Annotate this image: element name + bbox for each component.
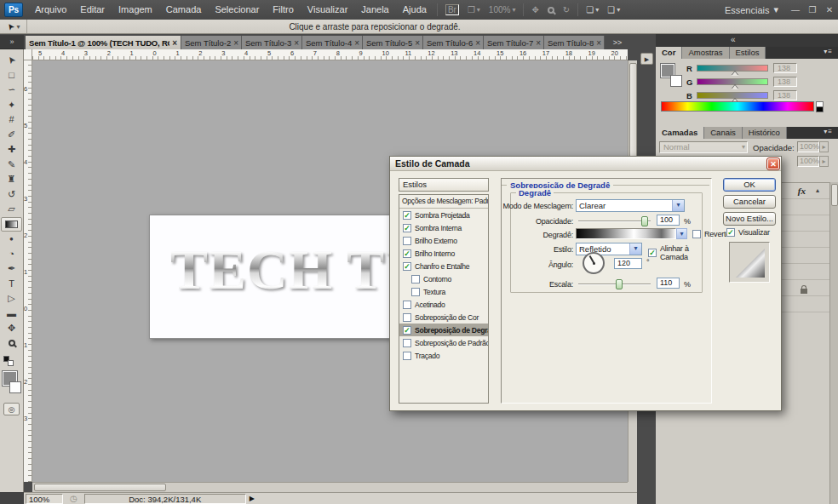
healing-brush-tool[interactable]: ✚ bbox=[0, 142, 23, 157]
quick-mask-button[interactable]: ◎ bbox=[3, 403, 20, 415]
menu-editar[interactable]: Editar bbox=[73, 0, 112, 20]
style-item-tracado[interactable]: Traçado bbox=[399, 349, 488, 362]
opacity-slider[interactable] bbox=[578, 220, 651, 222]
pen-tool[interactable]: ✒ bbox=[0, 261, 23, 276]
tab-sem-titulo-8[interactable]: Sem Título-8× bbox=[544, 36, 605, 49]
channel-slider[interactable] bbox=[697, 78, 768, 85]
bridge-button[interactable]: Br bbox=[441, 4, 463, 15]
tab-close-icon[interactable]: × bbox=[473, 38, 480, 48]
opacity-spinner[interactable]: ▸ bbox=[819, 141, 829, 152]
quick-selection-tool[interactable]: ✦ bbox=[0, 98, 23, 112]
blend-mode-select[interactable]: Normal▾ bbox=[659, 141, 748, 153]
style-item-brilho-interno[interactable]: ✓Brilho Interno bbox=[399, 247, 488, 260]
hand-tool[interactable]: ✥ bbox=[0, 321, 23, 335]
checkbox-icon[interactable]: ✓ bbox=[403, 224, 411, 232]
clone-stamp-tool[interactable]: ♜ bbox=[0, 172, 23, 186]
marquee-tool[interactable]: □ bbox=[0, 68, 23, 83]
fx-expand-icon[interactable]: ▴ bbox=[816, 186, 819, 194]
minimize-button[interactable]: — bbox=[787, 5, 804, 14]
tab-close-icon[interactable]: × bbox=[231, 38, 238, 48]
checkbox-icon[interactable] bbox=[403, 352, 411, 360]
ps-logo[interactable]: Ps bbox=[4, 3, 23, 17]
panel-menu-icon[interactable]: ▾≡ bbox=[824, 47, 838, 59]
checkbox-icon[interactable] bbox=[403, 237, 411, 245]
checkbox-icon[interactable] bbox=[411, 275, 420, 284]
path-selection-tool[interactable]: ▷ bbox=[0, 291, 23, 306]
layers-scrollbar[interactable] bbox=[829, 182, 838, 504]
blend-mode-select[interactable]: Clarear ▾ bbox=[576, 199, 685, 212]
gradient-picker-arrow[interactable]: ▾ bbox=[676, 228, 687, 239]
cancel-button[interactable]: Cancelar bbox=[723, 195, 776, 209]
menu-selecionar[interactable]: Selecionar bbox=[208, 0, 266, 20]
style-item-textura[interactable]: Textura bbox=[399, 285, 488, 298]
zoom-tool-button[interactable] bbox=[543, 7, 559, 14]
menu-camada[interactable]: Camada bbox=[159, 0, 209, 20]
tab-overflow-button[interactable]: >> bbox=[608, 36, 627, 49]
slider-thumb[interactable] bbox=[616, 279, 623, 289]
dialog-title[interactable]: Estilo de Camada bbox=[390, 157, 781, 171]
style-item-sombra-projetada[interactable]: ✓Sombra Projetada bbox=[399, 209, 488, 221]
fill-value[interactable]: 100% bbox=[797, 156, 819, 167]
close-button[interactable]: ✕ bbox=[821, 5, 838, 14]
style-select[interactable]: Refletido ▾ bbox=[576, 243, 642, 255]
history-brush-tool[interactable]: ↺ bbox=[0, 187, 23, 202]
toolbar-collapse-button[interactable]: » bbox=[0, 35, 24, 49]
brush-tool[interactable]: ✎ bbox=[0, 158, 23, 172]
gradient-preview[interactable] bbox=[576, 228, 676, 239]
dodge-tool[interactable]: ◔ bbox=[0, 247, 23, 261]
launch-button[interactable]: ❐▾ bbox=[463, 5, 485, 14]
checkbox-icon[interactable]: ✓ bbox=[403, 326, 411, 335]
menu-filtro[interactable]: Filtro bbox=[266, 0, 300, 20]
checkbox-icon[interactable] bbox=[403, 301, 411, 309]
ok-button[interactable]: OK bbox=[723, 178, 776, 192]
menu-ajuda[interactable]: Ajuda bbox=[396, 0, 433, 20]
opacity-value[interactable]: 100% bbox=[797, 141, 819, 152]
hand-tool-button[interactable]: ✥ bbox=[527, 5, 542, 14]
horizontal-scrollbar[interactable] bbox=[32, 482, 628, 492]
channel-value[interactable]: 138 bbox=[773, 63, 797, 73]
tab-sem-titulo-4[interactable]: Sem Título-4× bbox=[302, 36, 363, 49]
channel-value[interactable]: 138 bbox=[773, 77, 797, 87]
eyedropper-tool[interactable]: ✐ bbox=[0, 128, 23, 142]
spectrum-black-swatch[interactable] bbox=[816, 106, 824, 112]
color-spectrum-bar[interactable] bbox=[661, 101, 814, 112]
dialog-close-icon[interactable]: ✕ bbox=[767, 158, 779, 169]
scrollbar-thumb[interactable] bbox=[831, 184, 838, 206]
tab-amostras[interactable]: Amostras bbox=[682, 47, 729, 59]
tab-close-icon[interactable]: × bbox=[412, 38, 420, 48]
fill-spinner[interactable]: ▸ bbox=[819, 156, 829, 167]
screen-mode-button[interactable]: ❑▾ bbox=[603, 5, 624, 14]
crop-tool[interactable]: # bbox=[0, 112, 23, 127]
type-tool[interactable]: T bbox=[0, 277, 23, 291]
tab-historico[interactable]: Histórico bbox=[743, 127, 787, 139]
tab-sem-titulo-7[interactable]: Sem Título-7× bbox=[484, 36, 544, 49]
tab-sem-titulo-3[interactable]: Sem Título-3× bbox=[242, 36, 302, 49]
eraser-tool[interactable]: ▱ bbox=[0, 202, 23, 216]
rotate-view-button[interactable]: ↻ bbox=[559, 5, 574, 14]
checkbox-icon[interactable]: ✓ bbox=[403, 262, 411, 271]
blend-options-item[interactable]: Opções de Mesclagem: Padrão bbox=[399, 195, 488, 209]
move-tool[interactable]: ➤ bbox=[0, 53, 23, 67]
scrollbar-thumb[interactable] bbox=[34, 484, 166, 491]
new-style-button[interactable]: Novo Estilo... bbox=[723, 212, 776, 226]
angle-dial[interactable] bbox=[583, 252, 605, 274]
menu-janela[interactable]: Janela bbox=[354, 0, 395, 20]
workspace-switcher[interactable]: Essenciais▾ bbox=[716, 4, 787, 15]
tab-sem-titulo-2[interactable]: Sem Título-2× bbox=[181, 36, 242, 49]
tab-close-icon[interactable]: × bbox=[533, 38, 541, 48]
default-colors-icon[interactable] bbox=[3, 356, 15, 368]
channel-slider[interactable] bbox=[697, 65, 768, 72]
style-item-contorno[interactable]: Contorno bbox=[399, 272, 488, 285]
tab-close-icon[interactable]: × bbox=[169, 38, 177, 48]
gradient-tool[interactable] bbox=[1, 217, 22, 232]
lasso-tool[interactable]: ∽ bbox=[0, 83, 23, 97]
zoom-tool[interactable] bbox=[0, 336, 23, 351]
angle-input[interactable]: 120 bbox=[614, 258, 642, 269]
tab-estilos[interactable]: Estilos bbox=[730, 47, 766, 59]
status-zoom-field[interactable]: 100% bbox=[26, 494, 63, 504]
style-item-sombra-interna[interactable]: ✓Sombra Interna bbox=[399, 221, 488, 234]
blur-tool[interactable]: ● bbox=[0, 232, 23, 246]
checkbox-icon[interactable] bbox=[411, 288, 420, 296]
tab-close-icon[interactable]: × bbox=[291, 38, 299, 48]
shape-tool[interactable]: ▬ bbox=[0, 306, 23, 321]
